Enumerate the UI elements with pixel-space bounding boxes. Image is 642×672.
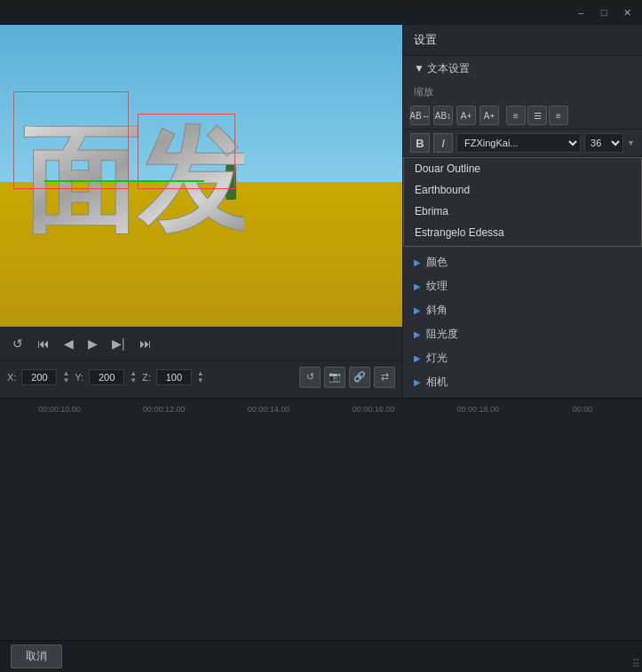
font-item[interactable]: Earthbound xyxy=(404,179,641,201)
fmt-size-up2-btn[interactable]: A+ xyxy=(480,106,499,125)
prop-arrow-icon: ▶ xyxy=(414,329,421,339)
shrink-label: 缩放 xyxy=(403,82,642,102)
bottom-bar: 取消 ⠿ xyxy=(0,640,642,672)
cancel-button[interactable]: 取消 xyxy=(11,644,62,668)
format-bar: AB↔ AB↕ A+ A+ ≡ ☰ ≡ xyxy=(403,102,642,130)
skip-start-button[interactable]: ⏮ xyxy=(34,335,53,352)
main-container: 面发 xyxy=(0,25,642,672)
rewind-button[interactable]: ↺ xyxy=(9,335,27,352)
prop-label: 灯光 xyxy=(426,351,448,366)
reset-btn[interactable]: ↺ xyxy=(299,367,321,388)
video-preview: 面发 xyxy=(0,25,402,327)
minimize-button[interactable]: – xyxy=(569,4,592,21)
italic-button[interactable]: I xyxy=(433,133,453,153)
x-input[interactable] xyxy=(21,369,57,385)
x-down-arrow[interactable]: ▼ xyxy=(62,377,69,384)
y-down-arrow[interactable]: ▼ xyxy=(130,377,137,384)
3d-text-overlay: 面发 xyxy=(13,78,244,258)
ruler-mark: 00:00:16.00 xyxy=(321,405,425,414)
font-select[interactable]: FZXingKai... xyxy=(456,133,581,153)
sync-btn[interactable]: ⇄ xyxy=(374,367,395,388)
ruler-marks: 00:00:10.0000:00:12.0000:00:14.0000:00:1… xyxy=(7,405,635,414)
skip-end-button[interactable]: ⏭ xyxy=(136,335,155,352)
prop-item[interactable]: ▶相机 xyxy=(403,370,642,394)
fmt-size-up-btn[interactable]: A+ xyxy=(456,106,476,125)
timeline-tracks xyxy=(0,419,642,640)
z-label: Z: xyxy=(142,372,151,383)
video-controls: ↺ ⏮ ◀ ▶ ▶| ⏭ xyxy=(0,327,402,360)
prop-label: 颜色 xyxy=(426,255,448,270)
timeline-area: 00:00:10.0000:00:12.0000:00:14.0000:00:1… xyxy=(0,398,642,640)
play-button[interactable]: ▶ xyxy=(84,335,101,352)
font-item[interactable]: Estrangelo Edessa xyxy=(404,222,641,243)
prop-item[interactable]: ▶斜角 xyxy=(403,298,642,322)
x-arrows[interactable]: ▲ ▼ xyxy=(62,370,69,384)
prop-item[interactable]: ▶阻光度 xyxy=(403,322,642,346)
top-section: 面发 xyxy=(0,25,642,398)
z-input[interactable] xyxy=(156,369,192,385)
props-list: ▶颜色▶纹理▶斜角▶阻光度▶灯光▶相机 xyxy=(403,247,642,398)
prop-item[interactable]: ▶纹理 xyxy=(403,274,642,298)
xyz-bar: X: ▲ ▼ Y: ▲ ▼ Z: ▲ ▼ ↺ xyxy=(0,360,402,392)
prop-label: 阻光度 xyxy=(426,327,458,342)
link-btn[interactable]: 🔗 xyxy=(349,367,370,388)
y-label: Y: xyxy=(75,372,83,383)
title-bar: – □ ✕ xyxy=(0,0,642,25)
size-select[interactable]: 36 xyxy=(584,133,623,153)
prop-label: 纹理 xyxy=(426,279,448,294)
text-settings-title: ▼ 文本设置 xyxy=(403,56,642,82)
z-down-arrow[interactable]: ▼ xyxy=(197,377,204,384)
settings-panel: 设置 ▼ 文本设置 缩放 AB↔ AB↕ A+ A+ ≡ ☰ ≡ B I xyxy=(402,25,642,398)
prop-label: 相机 xyxy=(426,375,448,390)
ruler-mark: 00:00:12.00 xyxy=(112,405,217,414)
prop-label: 斜角 xyxy=(426,303,448,318)
ruler-mark: 00:00:10.00 xyxy=(7,405,112,414)
fmt-ab-h-btn[interactable]: AB↔ xyxy=(410,106,430,125)
fmt-ab-v-btn[interactable]: AB↕ xyxy=(433,106,453,125)
prop-item[interactable]: ▶颜色 xyxy=(403,250,642,274)
timeline-ruler: 00:00:10.0000:00:12.0000:00:14.0000:00:1… xyxy=(0,398,642,419)
prop-arrow-icon: ▶ xyxy=(414,377,421,387)
x-label: X: xyxy=(7,372,16,383)
close-button[interactable]: ✕ xyxy=(615,4,638,21)
video-area: 面发 xyxy=(0,25,402,398)
prop-arrow-icon: ▶ xyxy=(414,257,421,267)
dropdown-arrow-icon: ▼ xyxy=(627,138,635,147)
resize-handle[interactable]: ⠿ xyxy=(632,658,640,670)
align-left-btn[interactable]: ≡ xyxy=(506,106,526,125)
camera-btn[interactable]: 📷 xyxy=(324,367,345,388)
prev-frame-button[interactable]: ◀ xyxy=(60,335,77,352)
prop-arrow-icon: ▶ xyxy=(414,305,421,315)
y-arrows[interactable]: ▲ ▼ xyxy=(130,370,137,384)
ruler-mark: 00:00:18.00 xyxy=(425,405,530,414)
align-center-btn[interactable]: ☰ xyxy=(527,106,547,125)
z-arrows[interactable]: ▲ ▼ xyxy=(197,370,204,384)
green-line xyxy=(44,180,204,182)
annotation-row: 方正行楷繁体 → xyxy=(0,392,402,398)
font-item[interactable]: Douar Outline xyxy=(404,158,641,179)
maximize-button[interactable]: □ xyxy=(592,4,615,21)
bold-button[interactable]: B xyxy=(410,133,430,153)
font-item[interactable]: Ebrima xyxy=(404,201,641,222)
prop-arrow-icon: ▶ xyxy=(414,281,421,291)
y-input[interactable] xyxy=(89,369,124,385)
prop-item[interactable]: ▶灯光 xyxy=(403,346,642,370)
settings-title: 设置 xyxy=(403,25,642,56)
align-right-btn[interactable]: ≡ xyxy=(549,106,568,125)
font-dropdown[interactable]: Douar OutlineEarthboundEbrimaEstrangelo … xyxy=(403,157,642,247)
prop-arrow-icon: ▶ xyxy=(414,353,421,363)
ruler-mark: 00:00 xyxy=(530,405,635,414)
3d-text-svg: 面发 xyxy=(13,78,244,256)
next-frame-button[interactable]: ▶| xyxy=(108,335,129,352)
font-bar: B I FZXingKai... 36 ▼ xyxy=(403,130,642,157)
ruler-mark: 00:00:14.00 xyxy=(217,405,321,414)
